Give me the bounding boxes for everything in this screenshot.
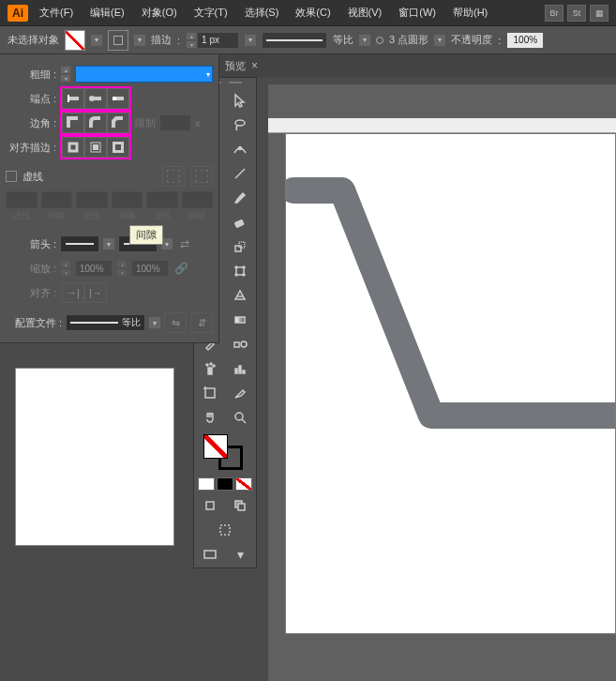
- tool-symbol-sprayer[interactable]: [196, 357, 224, 380]
- opacity-value[interactable]: 100%: [506, 32, 544, 49]
- fill-swatch[interactable]: [65, 30, 85, 51]
- tool-blend[interactable]: [226, 333, 254, 356]
- tab-title: 预览: [225, 59, 246, 73]
- fill-dropdown[interactable]: ▾: [91, 35, 102, 46]
- tool-perspective[interactable]: [226, 284, 254, 307]
- dash-checkbox[interactable]: [6, 171, 17, 182]
- align-inside-icon[interactable]: [84, 137, 107, 158]
- scale-dd[interactable]: ▾: [359, 35, 370, 46]
- menu-object[interactable]: 对象(O): [136, 4, 183, 22]
- weight-field[interactable]: [75, 66, 213, 83]
- draw-behind-icon[interactable]: [226, 494, 254, 517]
- stroke-panel: 粗细 : ▴▾ 端点 : 边角 : 限制 x 对齐描边 : 虚线: [0, 54, 219, 343]
- svg-rect-39: [239, 366, 241, 373]
- screen-mode-dd[interactable]: ▾: [226, 543, 254, 566]
- menu-help[interactable]: 帮助(H): [447, 4, 493, 22]
- svg-rect-46: [206, 502, 214, 509]
- arrow-scale-b: 100%: [131, 260, 169, 277]
- stock-icon[interactable]: St: [567, 5, 586, 22]
- tool-gradient[interactable]: [226, 309, 254, 331]
- menu-view[interactable]: 视图(V): [342, 4, 388, 22]
- arrow-start[interactable]: [60, 235, 99, 252]
- profile-field[interactable]: 等比: [66, 314, 145, 331]
- svg-rect-11: [115, 144, 121, 150]
- menu-select[interactable]: 选择(S): [239, 4, 285, 22]
- corner-group-highlighted: [60, 111, 131, 135]
- profile-label: 配置文件 :: [6, 316, 62, 330]
- menu-window[interactable]: 窗口(W): [393, 4, 442, 22]
- selection-status: 未选择对象: [8, 33, 59, 47]
- brush-preview[interactable]: [262, 32, 327, 49]
- svg-rect-7: [69, 144, 77, 151]
- svg-rect-49: [220, 525, 230, 535]
- svg-line-45: [242, 419, 246, 423]
- screen-mode-icon[interactable]: [196, 543, 224, 566]
- stroke-swatch[interactable]: [108, 30, 128, 51]
- svg-point-24: [235, 274, 237, 276]
- tool-curvature[interactable]: [226, 138, 254, 160]
- svg-rect-40: [243, 371, 245, 373]
- tool-direct-selection[interactable]: [226, 89, 254, 112]
- svg-point-4: [89, 96, 95, 101]
- weight-down[interactable]: ▾: [60, 74, 71, 83]
- artboard[interactable]: [285, 133, 616, 634]
- cap-round-icon[interactable]: [84, 88, 107, 109]
- arrow-start-dd[interactable]: ▾: [103, 238, 114, 250]
- tool-column-graph[interactable]: [226, 357, 254, 380]
- tool-paintbrush[interactable]: [226, 187, 254, 209]
- tool-line[interactable]: [226, 162, 254, 185]
- tool-artboard[interactable]: [196, 382, 224, 404]
- svg-line-16: [235, 169, 245, 178]
- stroke-weight-stepper[interactable]: ▴▾ 1 px: [186, 32, 239, 49]
- cap-butt-icon[interactable]: [62, 88, 84, 109]
- fill-stroke-control[interactable]: [196, 431, 254, 474]
- arrow-align-end-icon: |→: [84, 282, 107, 303]
- tool-zoom[interactable]: [226, 406, 254, 429]
- round-dd[interactable]: ▾: [434, 35, 445, 46]
- tool-lasso[interactable]: [226, 114, 254, 136]
- document-tab[interactable]: 预览 ×: [219, 54, 616, 77]
- menu-effect[interactable]: 效果(C): [290, 4, 336, 22]
- stroke-dropdown[interactable]: ▾: [134, 35, 145, 46]
- cap-label: 端点 :: [6, 92, 56, 106]
- stroke-weight-value[interactable]: 1 px: [197, 32, 239, 49]
- svg-rect-19: [235, 246, 241, 251]
- draw-inside-icon[interactable]: [211, 519, 239, 541]
- none-mode-icon[interactable]: [235, 477, 252, 491]
- gradient-mode-icon[interactable]: [217, 477, 233, 491]
- corner-round-icon[interactable]: [84, 113, 107, 133]
- menu-edit[interactable]: 编辑(E): [84, 4, 130, 22]
- tool-eraser[interactable]: [226, 211, 254, 234]
- svg-point-35: [206, 364, 208, 366]
- tool-slice[interactable]: [226, 382, 254, 404]
- weight-up[interactable]: ▴: [60, 66, 71, 74]
- tool-scale[interactable]: [226, 235, 254, 258]
- arrow-label: 箭头 :: [6, 237, 56, 251]
- menu-file[interactable]: 文件(F): [34, 4, 79, 22]
- svg-point-22: [235, 266, 237, 268]
- svg-point-25: [243, 274, 245, 276]
- svg-rect-41: [205, 388, 215, 398]
- svg-rect-38: [235, 369, 237, 373]
- cap-projecting-icon[interactable]: [107, 88, 129, 109]
- stroke-weight-dd[interactable]: ▾: [245, 35, 256, 46]
- svg-rect-9: [93, 144, 98, 150]
- corner-bevel-icon[interactable]: [107, 113, 129, 133]
- tab-close-icon[interactable]: ×: [251, 59, 258, 72]
- align-stroke-label: 对齐描边 :: [6, 141, 56, 155]
- svg-point-37: [213, 365, 215, 367]
- align-center-icon[interactable]: [62, 137, 84, 158]
- profile-dd[interactable]: ▾: [149, 317, 160, 328]
- swap-arrows-icon[interactable]: ⇄: [176, 235, 193, 252]
- cap-group-highlighted: [60, 86, 131, 111]
- tool-hand[interactable]: [196, 406, 224, 429]
- color-mode-icon[interactable]: [198, 477, 215, 491]
- tool-free-transform[interactable]: [226, 260, 254, 282]
- corner-miter-icon[interactable]: [62, 113, 84, 133]
- align-outside-icon[interactable]: [107, 137, 129, 158]
- fill-color-icon[interactable]: [203, 434, 228, 459]
- draw-normal-icon[interactable]: [196, 494, 224, 517]
- bridge-icon[interactable]: Br: [545, 5, 563, 22]
- arrange-docs-icon[interactable]: ▦: [590, 5, 608, 22]
- menu-type[interactable]: 文字(T): [188, 4, 233, 22]
